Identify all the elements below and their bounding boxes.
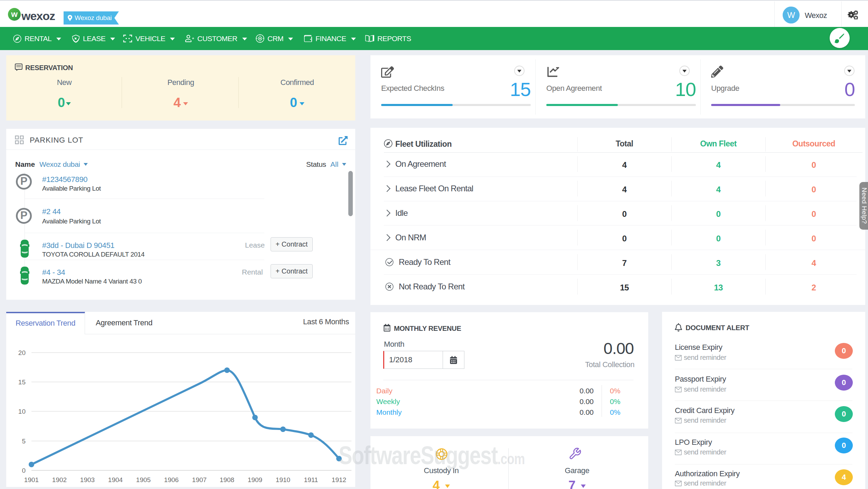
svg-text:1910: 1910 (276, 476, 290, 483)
svg-text:1911: 1911 (304, 476, 318, 483)
svg-text:15: 15 (18, 378, 26, 386)
svg-text:1903: 1903 (80, 476, 95, 483)
svg-text:1908: 1908 (220, 476, 234, 483)
svg-text:1909: 1909 (248, 476, 262, 483)
svg-text:1902: 1902 (52, 476, 67, 483)
svg-text:10: 10 (18, 408, 26, 415)
svg-text:1906: 1906 (164, 476, 179, 483)
svg-text:5: 5 (22, 438, 26, 445)
svg-text:1907: 1907 (192, 476, 207, 483)
svg-text:1901: 1901 (24, 476, 39, 483)
svg-text:20: 20 (18, 349, 26, 356)
svg-text:1912: 1912 (332, 476, 346, 483)
svg-text:1904: 1904 (108, 476, 123, 483)
svg-text:0: 0 (22, 467, 26, 474)
svg-text:1905: 1905 (136, 476, 151, 483)
